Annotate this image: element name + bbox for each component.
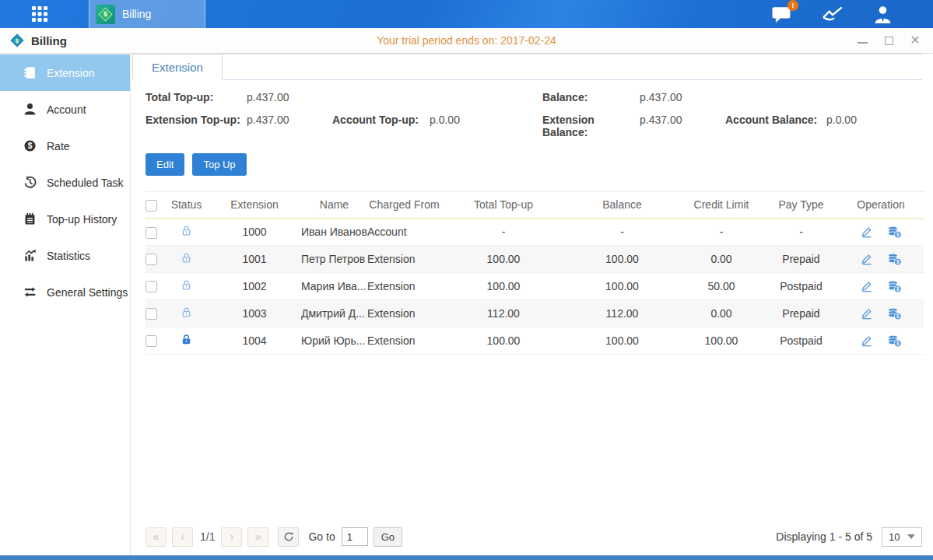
unlocked-icon [181, 279, 192, 291]
sidebar-item-label: Top-up History [47, 213, 117, 226]
statistics-icon [23, 249, 37, 262]
cell-total-topup: 100.00 [441, 327, 566, 355]
top-up-row-icon[interactable]: $ [887, 280, 902, 293]
edit-row-icon[interactable] [861, 253, 873, 265]
cell-pay-type: Postpaid [764, 327, 838, 355]
cell-total-topup: 112.00 [441, 300, 566, 327]
header-status: Status [165, 192, 208, 219]
app-launcher-button[interactable] [22, 0, 58, 28]
cell-charged-from: Extension [367, 300, 441, 327]
sidebar-item-topup-history[interactable]: Top-up History [0, 201, 130, 237]
account-balance-label: Account Balance: [725, 114, 826, 138]
cell-name: Иван Иванов [301, 219, 367, 246]
row-checkbox[interactable] [146, 308, 157, 320]
cell-name: Юрий Юрь... [301, 327, 367, 355]
next-page-button[interactable]: › [221, 527, 242, 547]
rate-icon: $ [23, 139, 37, 152]
header-balance: Balance [566, 192, 679, 219]
billing-app-tab[interactable]: $ Billing [89, 0, 205, 28]
cell-pay-type: Prepaid [764, 300, 838, 327]
extension-balance-value: p.437.00 [640, 114, 725, 138]
cell-balance: - [566, 219, 679, 246]
balance-label: Balance: [542, 91, 640, 103]
bottom-accent-bar [0, 555, 933, 560]
cell-balance: 100.00 [566, 327, 679, 355]
row-checkbox[interactable] [146, 254, 157, 265]
tab-extension[interactable]: Extension [132, 54, 223, 80]
cell-balance: 112.00 [566, 300, 679, 327]
top-up-row-icon[interactable]: $ [887, 226, 902, 239]
top-up-row-icon[interactable]: $ [887, 334, 902, 348]
header-pay-type: Pay Type [764, 192, 838, 219]
top-up-button[interactable]: Top Up [192, 153, 246, 176]
goto-page-input[interactable] [342, 527, 368, 546]
go-button[interactable]: Go [374, 527, 402, 547]
prev-page-button[interactable]: ‹ [172, 527, 193, 547]
sidebar-item-extension[interactable]: Extension [0, 54, 130, 91]
row-checkbox[interactable] [146, 281, 157, 292]
unlocked-icon [181, 225, 192, 236]
account-topup-value: p.0.00 [430, 114, 542, 138]
edit-row-icon[interactable] [861, 226, 873, 238]
close-button[interactable]: ✕ [910, 35, 921, 46]
edit-row-icon[interactable] [861, 334, 873, 347]
first-page-button[interactable]: « [146, 527, 167, 547]
row-checkbox[interactable] [146, 335, 157, 347]
cell-credit-limit: 0.00 [679, 246, 764, 273]
account-topup-label: Account Top-up: [332, 114, 430, 138]
top-bar-actions: ! [771, 0, 893, 28]
chevron-down-icon [907, 534, 915, 539]
table-row: 1004 Юрий Юрь... Extension 100.00 100.00… [146, 327, 924, 355]
table-header-row: Status Extension Name Charged From Total… [146, 192, 924, 219]
edit-row-icon[interactable] [861, 307, 873, 320]
sidebar-item-label: Extension [47, 67, 94, 79]
header-total-topup: Total Top-up [441, 192, 566, 219]
statistics-chart-icon[interactable] [822, 5, 844, 23]
header-charged-from: Charged From [367, 192, 441, 219]
cell-extension: 1002 [208, 273, 301, 300]
user-icon[interactable] [873, 5, 893, 24]
tab-strip: Extension [132, 54, 922, 80]
notification-badge: ! [787, 0, 798, 11]
last-page-button[interactable]: » [247, 527, 268, 547]
edit-button[interactable]: Edit [146, 153, 184, 176]
svg-text:$: $ [896, 286, 899, 292]
sidebar-item-label: Rate [47, 140, 70, 152]
svg-text:$: $ [28, 142, 33, 150]
locked-icon [181, 334, 192, 345]
sidebar-item-statistics[interactable]: Statistics [0, 237, 130, 274]
table-row: 1001 Петр Петров Extension 100.00 100.00… [146, 246, 924, 273]
cell-extension: 1000 [208, 219, 301, 246]
minimize-button[interactable] [857, 35, 868, 46]
topup-history-icon [23, 212, 37, 226]
header-credit-limit: Credit Limit [679, 192, 764, 219]
sidebar-item-rate[interactable]: $ Rate [0, 128, 130, 164]
top-up-row-icon[interactable]: $ [887, 253, 902, 266]
table-footer: « ‹ 1/1 › » Go to Go Display [132, 518, 922, 555]
svg-text:$: $ [896, 232, 899, 238]
svg-text:$: $ [896, 259, 899, 265]
page-indicator: 1/1 [200, 530, 215, 543]
total-topup-label: Total Top-up: [146, 91, 247, 103]
maximize-button[interactable] [883, 35, 894, 46]
trial-message: Your trial period ends on: 2017-02-24 [0, 34, 933, 47]
refresh-button[interactable] [278, 527, 299, 547]
window-controls: ✕ [857, 35, 921, 46]
refresh-icon [283, 531, 294, 542]
sidebar-item-scheduled-task[interactable]: Scheduled Task [0, 164, 130, 201]
sidebar-item-account[interactable]: Account [0, 91, 130, 128]
balance-value: p.437.00 [640, 91, 725, 103]
page-size-select[interactable]: 10 [882, 527, 922, 547]
unlocked-icon [181, 252, 192, 264]
svg-text:$: $ [896, 313, 899, 320]
sidebar-item-label: Scheduled Task [47, 177, 124, 189]
top-up-row-icon[interactable]: $ [887, 307, 902, 320]
cell-extension: 1001 [208, 246, 301, 273]
messages-icon[interactable]: ! [771, 5, 792, 23]
row-checkbox[interactable] [146, 227, 157, 239]
edit-row-icon[interactable] [861, 280, 873, 292]
svg-text:$: $ [896, 341, 899, 347]
select-all-checkbox[interactable] [146, 200, 157, 212]
cell-extension: 1003 [208, 300, 301, 327]
sidebar-item-general-settings[interactable]: General Settings [0, 274, 130, 310]
